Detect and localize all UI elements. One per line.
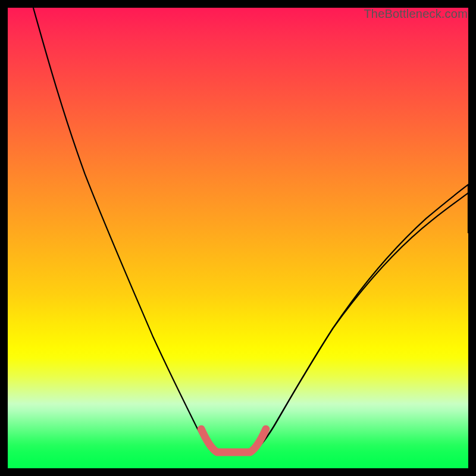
right-curve-path-main (250, 193, 468, 453)
left-curve-path (33, 8, 217, 453)
plot-frame (7, 7, 469, 469)
plot-area (8, 8, 468, 468)
right-curve-path (250, 184, 468, 453)
chart-svg (8, 8, 468, 468)
watermark-text: TheBottleneck.com (364, 7, 468, 21)
bottom-mark-path (201, 429, 266, 452)
